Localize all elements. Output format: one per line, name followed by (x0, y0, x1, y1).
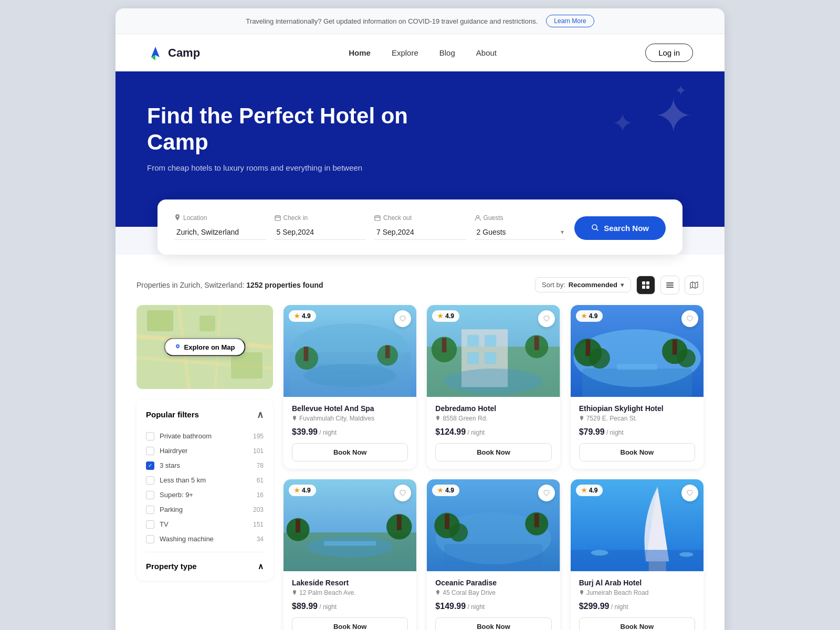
login-button[interactable]: Log in (645, 44, 693, 62)
svg-rect-72 (534, 513, 539, 527)
filter-item-tv: TV 151 (146, 517, 264, 532)
book-button-5[interactable]: Book Now (435, 617, 551, 630)
star-icon-3: ★ (581, 312, 587, 320)
hotel-price-1: $39.99 / night (292, 427, 408, 437)
favorite-button-1[interactable] (394, 310, 411, 327)
filter-item-3stars: ✓ 3 stars 78 (146, 458, 264, 473)
explore-map-button[interactable]: Explore on Map (164, 338, 246, 356)
star-icon-5: ★ (437, 487, 443, 494)
filter-item-hairdryer: Hairdryer 101 (146, 444, 264, 458)
guests-icon (475, 215, 481, 221)
filter-checkbox-washing-machine[interactable] (146, 535, 154, 543)
book-button-3[interactable]: Book Now (579, 443, 695, 461)
favorite-button-4[interactable] (394, 485, 411, 501)
filter-item-private-bathroom: Private bathroom 195 (146, 429, 264, 444)
filter-count-parking: 203 (253, 506, 264, 513)
filter-count-superb: 16 (257, 491, 264, 499)
rating-badge-6: ★ 4.9 (576, 485, 603, 496)
book-button-4[interactable]: Book Now (292, 617, 408, 630)
filter-label-washing-machine: Washing machine (160, 535, 214, 543)
book-button-1[interactable]: Book Now (292, 443, 408, 461)
filter-label-parking: Parking (160, 506, 183, 513)
hotel-info-5: Oceanic Paradise 45 Coral Bay Drive $149… (427, 571, 560, 630)
chevron-down-icon: ▾ (621, 281, 624, 289)
hotel-name-5: Oceanic Paradise (435, 579, 551, 587)
hotel-image-2: ★ 4.9 (427, 305, 560, 397)
sidebar: Explore on Map Popular filters ∧ Priv (136, 305, 273, 630)
filter-item-superb: Superb: 9+ 16 (146, 488, 264, 502)
star-deco-small: ✦ (675, 82, 687, 99)
heart-icon-5 (543, 489, 550, 497)
checkin-input[interactable] (275, 225, 366, 240)
hotel-card-3: ★ 4.9 Ethiopian Skylight Hotel (571, 305, 704, 469)
checkout-input[interactable] (374, 225, 466, 240)
nav-explore[interactable]: Explore (392, 48, 418, 57)
hero-decoration: ✦ ✦ ✦ (654, 92, 693, 140)
address-pin-icon-4 (292, 590, 297, 595)
filter-checkbox-superb[interactable] (146, 491, 154, 499)
hotel-name-1: Bellevue Hotel And Spa (292, 404, 408, 413)
svg-point-80 (679, 552, 693, 556)
filters-title: Popular filters (146, 410, 199, 419)
hotel-address-2: 8558 Green Rd. (435, 415, 551, 422)
rating-badge-3: ★ 4.9 (576, 310, 603, 322)
filter-checkbox-private-bathroom[interactable] (146, 432, 154, 440)
location-field: Location (174, 214, 266, 240)
filter-checkbox-less5km[interactable] (146, 476, 154, 485)
search-now-button[interactable]: Search Now (574, 216, 666, 240)
hotel-price-6: $299.99 / night (579, 602, 695, 611)
hotel-info-3: Ethiopian Skylight Hotel 7529 E. Pecan S… (571, 397, 704, 469)
map-pin-icon (175, 344, 181, 350)
filter-checkbox-parking[interactable] (146, 506, 154, 514)
nav-about[interactable]: About (476, 48, 497, 57)
rating-badge-1: ★ 4.9 (289, 310, 316, 322)
rating-badge-5: ★ 4.9 (432, 485, 459, 496)
book-button-6[interactable]: Book Now (579, 617, 695, 630)
map-view-button[interactable] (685, 276, 704, 295)
filters-toggle-icon[interactable]: ∧ (257, 409, 264, 421)
svg-point-79 (591, 550, 608, 555)
hotel-image-4: ★ 4.9 (284, 479, 416, 571)
star-icon-2: ★ (437, 312, 443, 320)
logo-icon (147, 45, 164, 61)
nav-blog[interactable]: Blog (439, 48, 455, 57)
hotel-name-6: Burj Al Arab Hotel (579, 579, 695, 587)
filter-count-tv: 151 (253, 521, 264, 528)
favorite-button-2[interactable] (538, 310, 555, 327)
favorite-button-3[interactable] (681, 310, 698, 327)
filter-checkbox-hairdryer[interactable] (146, 447, 154, 455)
filter-count-3stars: 78 (257, 462, 264, 469)
filter-item-parking: Parking 203 (146, 502, 264, 517)
filter-checkbox-tv[interactable] (146, 520, 154, 529)
rating-badge-4: ★ 4.9 (289, 485, 316, 496)
svg-rect-65 (324, 541, 376, 546)
favorite-button-6[interactable] (681, 485, 698, 501)
property-type-toggle-icon[interactable]: ∧ (258, 562, 264, 571)
rating-value-5: 4.9 (445, 487, 454, 494)
learn-more-link[interactable]: Learn More (546, 15, 594, 27)
svg-rect-46 (534, 336, 539, 350)
results-count: 1252 properties found (246, 281, 323, 289)
main-content: Properties in Zurich, Switzerland: 1252 … (116, 255, 724, 630)
svg-rect-56 (582, 369, 692, 397)
hotel-address-5: 45 Coral Bay Drive (435, 589, 551, 596)
filter-label-less5km: Less than 5 km (160, 476, 206, 484)
list-view-button[interactable] (660, 276, 679, 295)
svg-rect-73 (444, 544, 542, 571)
grid-view-button[interactable] (636, 276, 655, 295)
search-box: Location Check in (158, 200, 682, 255)
location-input[interactable] (174, 225, 266, 240)
filter-count-private-bathroom: 195 (253, 433, 264, 440)
guests-select[interactable]: 2 Guests 1 Guest 3 Guests 4 Guests (475, 225, 566, 240)
svg-point-64 (307, 537, 393, 558)
svg-rect-31 (304, 346, 309, 361)
hotel-address-1: Fuvahmulah City, Maldives (292, 415, 408, 422)
hotel-name-3: Ethiopian Skylight Hotel (579, 404, 695, 413)
favorite-button-5[interactable] (538, 485, 555, 501)
sort-dropdown[interactable]: Sort by: Recommended ▾ (535, 277, 631, 292)
filter-checkbox-3stars[interactable]: ✓ (146, 461, 154, 470)
book-button-2[interactable]: Book Now (435, 443, 551, 461)
nav-home[interactable]: Home (349, 48, 371, 57)
heart-icon-2 (543, 315, 550, 322)
svg-rect-9 (642, 286, 645, 289)
